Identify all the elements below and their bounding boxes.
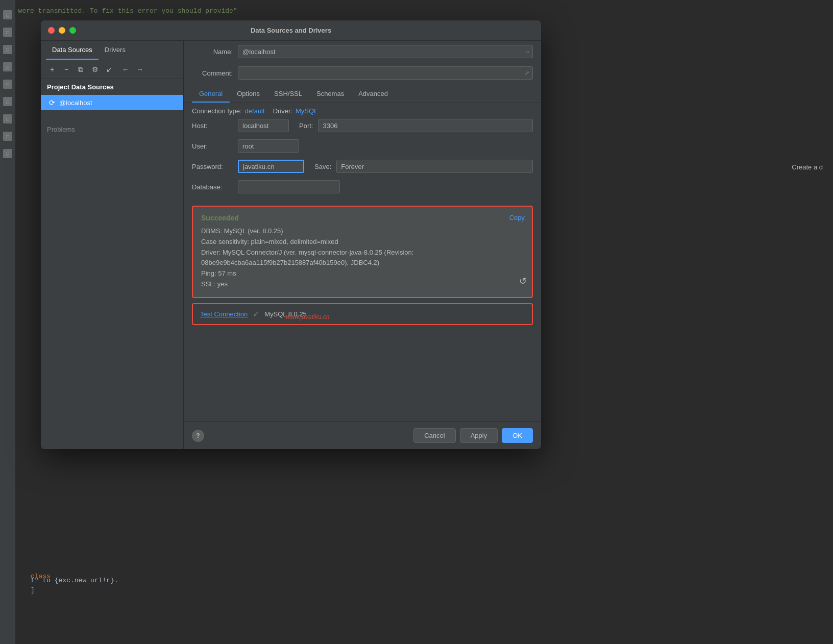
sidebar-icon-5[interactable]: □ [3, 80, 12, 89]
form-section: Host: localhost Port: 3306 User: root [184, 119, 541, 201]
comment-input[interactable]: ⤢ [238, 66, 533, 80]
save-value: Forever [341, 163, 364, 170]
success-title: Succeeded [201, 214, 524, 222]
project-data-sources-header: Project Data Sources [41, 79, 183, 95]
forward-button[interactable]: → [134, 63, 146, 76]
sidebar-icon-6[interactable]: □ [3, 97, 12, 106]
tab-options[interactable]: Options [230, 86, 267, 103]
sidebar-icon-8[interactable]: □ [3, 132, 12, 141]
test-connection-button[interactable]: Test Connection [200, 310, 248, 318]
conn-type-label: Connection type: [192, 107, 242, 115]
user-input[interactable]: root [238, 139, 299, 153]
success-details: DBMS: MySQL (ver. 8.0.25) Case sensitivi… [201, 226, 524, 290]
port-value: 3306 [323, 122, 337, 130]
left-panel: Data Sources Drivers + − ⧉ ⚙ ↙ ← → Proje… [41, 41, 184, 449]
name-input[interactable]: @localhost ○ [238, 45, 533, 58]
tab-sshssl[interactable]: SSH/SSL [267, 86, 309, 103]
back-button[interactable]: ← [119, 63, 132, 76]
undo-icon[interactable]: ↺ [519, 276, 527, 287]
copy-button[interactable]: Copy [509, 214, 525, 221]
problems-label: Problems [47, 126, 75, 133]
success-line-5: Ping: 57 ms [201, 268, 524, 279]
name-label: Name: [192, 48, 233, 56]
dialog-title: Data Sources and Drivers [251, 27, 331, 34]
driver-value[interactable]: MySQL [296, 107, 317, 115]
user-value: root [242, 142, 254, 150]
success-line-4: 08be9e9b4cba6aa115f9b27b215887af40b159e0… [201, 258, 524, 268]
problems-section: Problems [41, 110, 183, 148]
port-input[interactable]: 3306 [318, 119, 533, 132]
database-row: Database: [192, 180, 533, 193]
help-button[interactable]: ? [192, 430, 204, 442]
sidebar-icon-2[interactable]: □ [3, 28, 12, 37]
comment-field-row: Comment: ⤢ [184, 62, 541, 84]
comment-expand-icon: ⤢ [525, 70, 529, 77]
host-value: localhost [242, 122, 268, 130]
watermark: www.javatiku.cn [286, 313, 329, 320]
host-label: Host: [192, 122, 233, 130]
user-row: User: root [192, 139, 533, 153]
save-select[interactable]: Forever [336, 160, 533, 173]
password-input[interactable]: javatiku.cn [238, 160, 304, 173]
user-label: User: [192, 142, 233, 150]
minimize-button[interactable] [59, 27, 65, 34]
host-port-row: Host: localhost Port: 3306 [192, 119, 533, 132]
success-line-6: SSL: yes [201, 279, 524, 290]
dialog-datasources: Data Sources and Drivers Data Sources Dr… [41, 20, 541, 449]
window-controls [48, 27, 76, 34]
import-button[interactable]: ↙ [103, 63, 115, 76]
add-button[interactable]: + [46, 63, 58, 76]
datasource-icon: ⟳ [49, 98, 55, 107]
editor-line-f: f" to {exc.new_url!r}. [31, 577, 118, 584]
success-line-2: Case sensitivity: plain=mixed, delimited… [201, 237, 524, 247]
name-value: @localhost [242, 48, 276, 56]
tab-drivers[interactable]: Drivers [99, 41, 132, 60]
left-panel-toolbar: + − ⧉ ⚙ ↙ ← → [41, 60, 183, 79]
editor-line-1: " were transmitted. To fix this error yo… [0, 5, 833, 17]
sidebar-icon-9[interactable]: □ [3, 149, 12, 158]
sidebar-icon-1[interactable]: □ [3, 10, 12, 19]
password-value: javatiku.cn [243, 163, 274, 170]
settings-button[interactable]: ⚙ [89, 63, 101, 76]
config-tab-bar: General Options SSH/SSL Schemas Advanced [184, 86, 541, 103]
right-panel: Name: @localhost ○ Comment: ⤢ General Op… [184, 41, 541, 449]
success-line-3: Driver: MySQL Connector/J (ver. mysql-co… [201, 247, 524, 258]
close-button[interactable] [48, 27, 55, 34]
sidebar-icon-3[interactable]: □ [3, 45, 12, 54]
remove-button[interactable]: − [60, 63, 72, 76]
database-input[interactable] [238, 180, 340, 193]
cancel-button[interactable]: Cancel [413, 428, 455, 443]
comment-label: Comment: [192, 69, 233, 77]
test-connection-area: Test Connection ✓ MySQL 8.0.25 [192, 303, 533, 325]
editor-bottom-lines: f" to {exc.new_url!r}. ] [31, 577, 118, 594]
success-panel: Succeeded Copy DBMS: MySQL (ver. 8.0.25)… [192, 206, 533, 298]
expand-icon: ○ [526, 48, 529, 55]
name-field-row: Name: @localhost ○ [184, 41, 541, 62]
datasource-item-localhost[interactable]: ⟳ @localhost [41, 95, 183, 110]
sidebar-icon-4[interactable]: □ [3, 62, 12, 71]
tab-data-sources[interactable]: Data Sources [46, 41, 99, 60]
copy-button[interactable]: ⧉ [75, 63, 87, 76]
driver-label: Driver: [273, 107, 292, 115]
right-hint: Create a d [792, 163, 823, 171]
bottom-bar: ? Cancel Apply OK [184, 422, 541, 449]
conn-type-value[interactable]: default [245, 107, 265, 115]
save-label: Save: [314, 163, 331, 170]
sidebar-icon-7[interactable]: □ [3, 114, 12, 123]
database-label: Database: [192, 183, 233, 191]
maximize-button[interactable] [69, 27, 76, 34]
dialog-body: Data Sources Drivers + − ⧉ ⚙ ↙ ← → Proje… [41, 41, 541, 449]
success-line-1: DBMS: MySQL (ver. 8.0.25) [201, 226, 524, 237]
tab-schemas[interactable]: Schemas [309, 86, 351, 103]
left-panel-tabs: Data Sources Drivers [41, 41, 183, 60]
apply-button[interactable]: Apply [460, 428, 498, 443]
ok-button[interactable]: OK [502, 428, 533, 443]
editor-line-bracket: ] [31, 586, 118, 594]
host-input[interactable]: localhost [238, 119, 289, 132]
password-label: Password: [192, 163, 233, 170]
tab-advanced[interactable]: Advanced [351, 86, 395, 103]
title-bar: Data Sources and Drivers [41, 20, 541, 41]
tab-general[interactable]: General [192, 86, 230, 103]
port-label: Port: [299, 122, 313, 130]
connection-type-row: Connection type: default Driver: MySQL [184, 103, 541, 119]
